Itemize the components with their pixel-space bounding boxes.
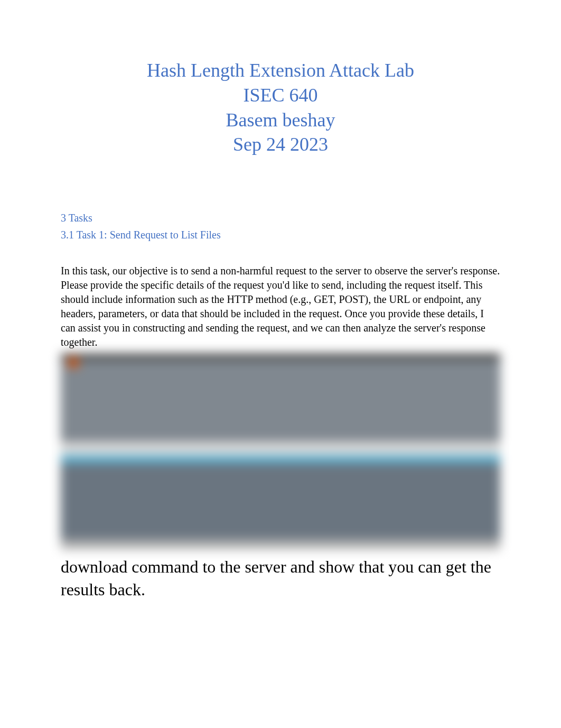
section-tasks-heading: 3 Tasks [61, 210, 500, 226]
task1-followup-text: download command to the server and show … [61, 556, 500, 601]
title-block: Hash Length Extension Attack Lab ISEC 64… [61, 58, 500, 157]
title-line-3: Basem beshay [61, 108, 500, 133]
section-task1-heading: 3.1 Task 1: Send Request to List Files [61, 227, 500, 243]
title-line-2: ISEC 640 [61, 83, 500, 108]
title-line-1: Hash Length Extension Attack Lab [61, 58, 500, 83]
title-line-4: Sep 24 2023 [61, 132, 500, 157]
task1-body-text: In this task, our objective is to send a… [61, 264, 500, 349]
blurred-screenshot-image [61, 354, 500, 549]
